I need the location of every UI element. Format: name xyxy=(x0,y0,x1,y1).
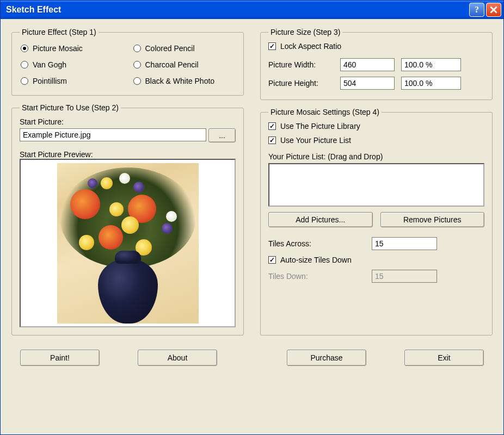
width-row: Picture Width: xyxy=(268,58,484,71)
tiles-down-input xyxy=(372,270,437,283)
purchase-button[interactable]: Purchase xyxy=(287,350,366,366)
about-button[interactable]: About xyxy=(138,350,217,366)
radio-icon xyxy=(133,61,141,69)
content-area: Picture Effect (Step 1) Picture Mosaic C… xyxy=(1,19,503,350)
lock-aspect-checkbox[interactable]: Lock Aspect Ratio xyxy=(268,42,484,51)
picture-list-buttons: Add Pictures... Remove Pictures xyxy=(268,212,484,227)
width-pct-input[interactable] xyxy=(401,58,461,71)
right-column: Picture Size (Step 3) Lock Aspect Ratio … xyxy=(260,28,493,343)
paint-button[interactable]: Paint! xyxy=(20,350,100,366)
picture-size-group: Picture Size (Step 3) Lock Aspect Ratio … xyxy=(260,28,493,100)
close-button[interactable] xyxy=(486,3,501,17)
height-row: Picture Height: xyxy=(268,77,484,90)
title-buttons: ? xyxy=(469,3,501,17)
add-pictures-button[interactable]: Add Pictures... xyxy=(268,212,373,227)
picture-list[interactable] xyxy=(268,163,484,207)
radio-icon xyxy=(21,45,28,52)
height-label: Picture Height: xyxy=(268,79,334,88)
right-button-group: Purchase Exit xyxy=(287,350,484,366)
width-input[interactable] xyxy=(340,58,395,71)
left-column: Picture Effect (Step 1) Picture Mosaic C… xyxy=(11,28,244,343)
use-library-checkbox[interactable]: Use The Picture Library xyxy=(268,122,484,130)
preview-image xyxy=(57,163,199,324)
step2-legend: Start Picture To Use (Step 2) xyxy=(20,103,121,112)
radio-label: Van Gogh xyxy=(33,60,66,69)
sketch-effect-window: Sketch Effect ? Picture Effect (Step 1) … xyxy=(0,0,504,435)
use-your-list-checkbox[interactable]: Use Your Picture List xyxy=(268,136,484,145)
start-picture-group: Start Picture To Use (Step 2) Start Pict… xyxy=(11,103,244,335)
start-picture-label: Start Picture: xyxy=(20,117,236,126)
mosaic-settings-group: Picture Mosaic Settings (Step 4) Use The… xyxy=(260,108,493,335)
checkbox-label: Use Your Picture List xyxy=(280,136,351,145)
radio-label: Black & White Photo xyxy=(145,77,215,85)
remove-pictures-button[interactable]: Remove Pictures xyxy=(380,212,485,227)
radio-label: Charcoal Pencil xyxy=(145,60,199,69)
radio-picture-mosaic[interactable]: Picture Mosaic xyxy=(21,44,122,53)
radio-icon xyxy=(133,77,141,85)
radio-label: Colored Pencil xyxy=(145,44,195,53)
effect-radio-grid: Picture Mosaic Colored Pencil Van Gogh C… xyxy=(20,42,236,88)
step4-legend: Picture Mosaic Settings (Step 4) xyxy=(268,108,382,116)
tiles-across-input[interactable] xyxy=(372,237,437,250)
radio-icon xyxy=(133,45,141,52)
tiles-across-label: Tiles Across: xyxy=(268,239,361,248)
checkbox-label: Use The Picture Library xyxy=(280,122,360,130)
help-button[interactable]: ? xyxy=(469,3,484,17)
close-icon xyxy=(490,6,497,14)
radio-icon xyxy=(21,77,28,85)
start-picture-input[interactable] xyxy=(20,128,206,141)
radio-icon xyxy=(21,61,28,69)
preview-label: Start Picture Preview: xyxy=(20,150,236,159)
window-title: Sketch Effect xyxy=(6,5,469,15)
exit-button[interactable]: Exit xyxy=(404,350,484,366)
tiles-down-row: Tiles Down: xyxy=(268,270,484,283)
your-list-label: Your Picture List: (Drag and Drop) xyxy=(268,152,484,161)
height-input[interactable] xyxy=(340,77,395,90)
radio-van-gogh[interactable]: Van Gogh xyxy=(21,60,122,69)
step1-legend: Picture Effect (Step 1) xyxy=(20,28,99,36)
radio-bw-photo[interactable]: Black & White Photo xyxy=(133,77,235,85)
checkbox-icon xyxy=(268,122,276,130)
height-pct-input[interactable] xyxy=(401,77,461,90)
tiles-down-label: Tiles Down: xyxy=(268,272,361,281)
picture-effect-group: Picture Effect (Step 1) Picture Mosaic C… xyxy=(11,28,244,96)
width-label: Picture Width: xyxy=(268,60,334,69)
radio-charcoal-pencil[interactable]: Charcoal Pencil xyxy=(133,60,235,69)
bottom-button-row: Paint! About Purchase Exit xyxy=(1,350,503,374)
tiles-across-row: Tiles Across: xyxy=(268,237,484,250)
preview-box xyxy=(20,159,236,327)
checkbox-label: Lock Aspect Ratio xyxy=(280,42,341,51)
checkbox-icon xyxy=(268,42,276,50)
radio-pointillism[interactable]: Pointillism xyxy=(21,77,122,85)
browse-button[interactable]: ... xyxy=(208,128,236,142)
auto-size-checkbox[interactable]: Auto-size Tiles Down xyxy=(268,256,484,264)
checkbox-label: Auto-size Tiles Down xyxy=(280,256,352,264)
titlebar: Sketch Effect ? xyxy=(1,1,503,19)
checkbox-icon xyxy=(268,256,276,264)
left-button-group: Paint! About xyxy=(20,350,217,366)
step3-legend: Picture Size (Step 3) xyxy=(268,28,342,36)
radio-label: Pointillism xyxy=(33,77,67,85)
checkbox-icon xyxy=(268,136,276,144)
radio-colored-pencil[interactable]: Colored Pencil xyxy=(133,44,235,53)
radio-label: Picture Mosaic xyxy=(33,44,83,53)
file-row: ... xyxy=(20,128,236,142)
